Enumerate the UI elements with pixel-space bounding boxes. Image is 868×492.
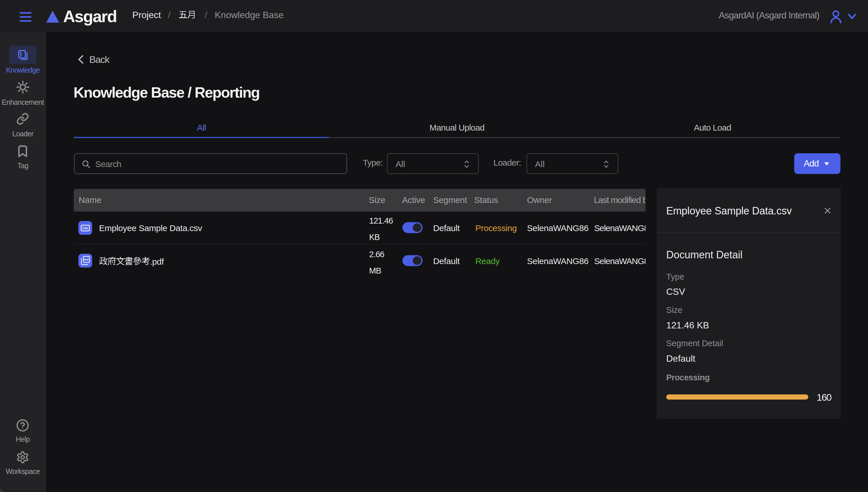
svg-text:CSV: CSV	[82, 227, 89, 230]
svg-text:PDF: PDF	[84, 259, 89, 261]
